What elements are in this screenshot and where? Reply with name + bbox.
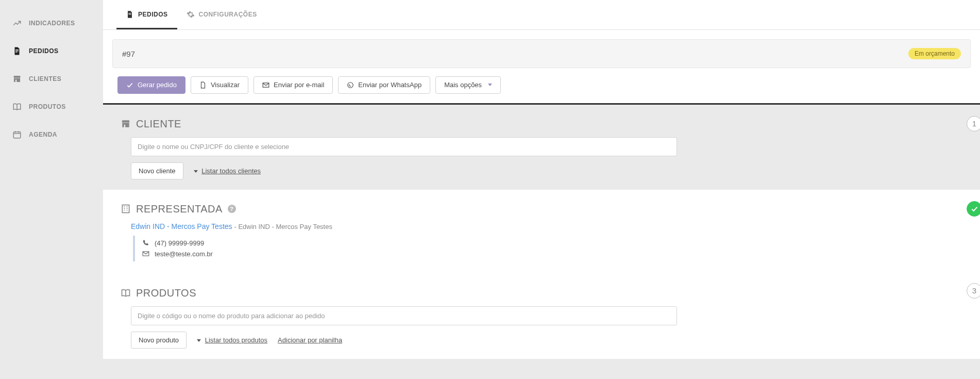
svg-rect-2 xyxy=(15,52,18,53)
chart-line-icon xyxy=(12,19,22,28)
svg-point-6 xyxy=(348,83,353,88)
section-title-label: PRODUTOS xyxy=(136,287,196,299)
file-icon xyxy=(199,81,207,89)
tab-pedidos[interactable]: PEDIDOS xyxy=(116,0,177,29)
link-label: Listar todos produtos xyxy=(205,336,267,344)
sidebar-item-agenda[interactable]: AGENDA xyxy=(0,121,103,149)
sidebar-item-label: INDICADORES xyxy=(29,20,75,27)
sidebar-item-label: PRODUTOS xyxy=(29,103,66,110)
order-actions: Gerar pedido Visualizar Enviar por e-mai… xyxy=(103,68,980,105)
building-icon xyxy=(121,204,131,214)
chevron-down-icon xyxy=(197,339,201,342)
button-label: Novo cliente xyxy=(139,167,176,175)
help-icon[interactable]: ? xyxy=(228,205,236,213)
svg-rect-3 xyxy=(13,132,21,138)
representada-suffix: - Edwin IND - Mercos Pay Testes xyxy=(234,223,332,230)
section-title-label: CLIENTE xyxy=(136,118,181,130)
svg-rect-0 xyxy=(15,50,19,50)
contact-block: (47) 99999-9999 teste@teste.com.br xyxy=(133,236,962,261)
tabs: PEDIDOS CONFIGURAÇÕES xyxy=(103,0,980,30)
button-label: Enviar por WhatsApp xyxy=(358,81,421,89)
document-icon xyxy=(126,10,134,19)
sidebar-item-indicadores[interactable]: INDICADORES xyxy=(0,9,103,37)
tab-configuracoes[interactable]: CONFIGURAÇÕES xyxy=(177,0,266,29)
phone-icon xyxy=(142,239,149,246)
status-badge: Em orçamento xyxy=(908,48,961,59)
cliente-section: CLIENTE Novo cliente Listar todos client… xyxy=(103,105,980,190)
representada-section: REPRESENTADA ? Edwin IND - Mercos Pay Te… xyxy=(103,190,980,272)
sidebar: INDICADORES PEDIDOS CLIENTES PRODUTOS AG… xyxy=(0,0,103,379)
svg-rect-7 xyxy=(122,205,129,213)
button-label: Enviar por e-mail xyxy=(274,81,324,89)
listar-todos-clientes-link[interactable]: Listar todos clientes xyxy=(194,167,261,175)
step-indicator-done xyxy=(967,201,980,217)
cliente-search-input[interactable] xyxy=(131,137,677,156)
tab-label: PEDIDOS xyxy=(138,11,168,18)
order-id: #97 xyxy=(122,50,135,58)
sidebar-item-pedidos[interactable]: PEDIDOS xyxy=(0,37,103,65)
gerar-pedido-button[interactable]: Gerar pedido xyxy=(117,76,185,94)
document-icon xyxy=(12,46,22,56)
listar-todos-produtos-link[interactable]: Listar todos produtos xyxy=(197,336,267,344)
step-number: 3 xyxy=(972,286,976,295)
sidebar-item-produtos[interactable]: PRODUTOS xyxy=(0,93,103,121)
button-label: Novo produto xyxy=(139,336,179,344)
contact-phone-row: (47) 99999-9999 xyxy=(142,238,962,249)
whatsapp-icon xyxy=(347,81,354,89)
novo-produto-button[interactable]: Novo produto xyxy=(131,332,187,349)
store-icon xyxy=(12,74,22,84)
svg-rect-4 xyxy=(128,13,131,13)
contact-email-row: teste@teste.com.br xyxy=(142,249,962,259)
button-label: Visualizar xyxy=(211,81,240,89)
sidebar-item-label: CLIENTES xyxy=(29,75,61,83)
book-icon xyxy=(121,288,131,298)
produto-search-input[interactable] xyxy=(131,306,677,325)
enviar-email-button[interactable]: Enviar por e-mail xyxy=(254,76,333,94)
step-number: 1 xyxy=(972,119,976,128)
adicionar-por-planilha-link[interactable]: Adicionar por planilha xyxy=(278,336,342,344)
representada-section-title: REPRESENTADA ? xyxy=(121,203,962,215)
step-indicator-3: 3 xyxy=(967,283,980,299)
book-icon xyxy=(12,102,22,111)
check-icon xyxy=(126,81,133,89)
svg-rect-1 xyxy=(15,51,19,51)
contact-phone: (47) 99999-9999 xyxy=(155,239,204,247)
step-indicator-1: 1 xyxy=(967,116,980,131)
produtos-section: PRODUTOS Novo produto Listar todos produ… xyxy=(103,272,980,359)
representada-link[interactable]: Edwin IND - Mercos Pay Testes xyxy=(131,222,232,230)
representada-name: Edwin IND - Mercos Pay Testes - Edwin IN… xyxy=(131,222,962,230)
mais-opcoes-button[interactable]: Mais opções xyxy=(435,76,501,94)
order-header: #97 Em orçamento xyxy=(112,39,971,68)
novo-cliente-button[interactable]: Novo cliente xyxy=(131,162,183,179)
sidebar-item-clientes[interactable]: CLIENTES xyxy=(0,65,103,93)
sidebar-item-label: AGENDA xyxy=(29,131,57,138)
chevron-down-icon xyxy=(194,170,198,173)
mail-icon xyxy=(262,81,269,89)
svg-rect-5 xyxy=(128,14,131,14)
cliente-section-title: CLIENTE xyxy=(121,118,962,130)
section-title-label: REPRESENTADA xyxy=(136,203,223,215)
gear-icon xyxy=(187,10,195,19)
form-scroll-area[interactable]: CLIENTE Novo cliente Listar todos client… xyxy=(103,105,980,379)
sidebar-item-label: PEDIDOS xyxy=(29,47,59,55)
button-label: Mais opções xyxy=(444,81,482,89)
link-label: Listar todos clientes xyxy=(201,167,261,175)
main-content: PEDIDOS CONFIGURAÇÕES #97 Em orçamento G… xyxy=(103,0,980,379)
check-icon xyxy=(970,205,978,213)
calendar-icon xyxy=(12,130,22,139)
enviar-whatsapp-button[interactable]: Enviar por WhatsApp xyxy=(338,76,430,94)
visualizar-button[interactable]: Visualizar xyxy=(191,76,248,94)
contact-email: teste@teste.com.br xyxy=(155,250,213,258)
button-label: Gerar pedido xyxy=(138,81,177,89)
mail-icon xyxy=(142,250,149,257)
chevron-down-icon xyxy=(488,84,492,86)
produtos-section-title: PRODUTOS xyxy=(121,287,962,299)
tab-label: CONFIGURAÇÕES xyxy=(199,11,257,18)
store-icon xyxy=(121,119,131,129)
